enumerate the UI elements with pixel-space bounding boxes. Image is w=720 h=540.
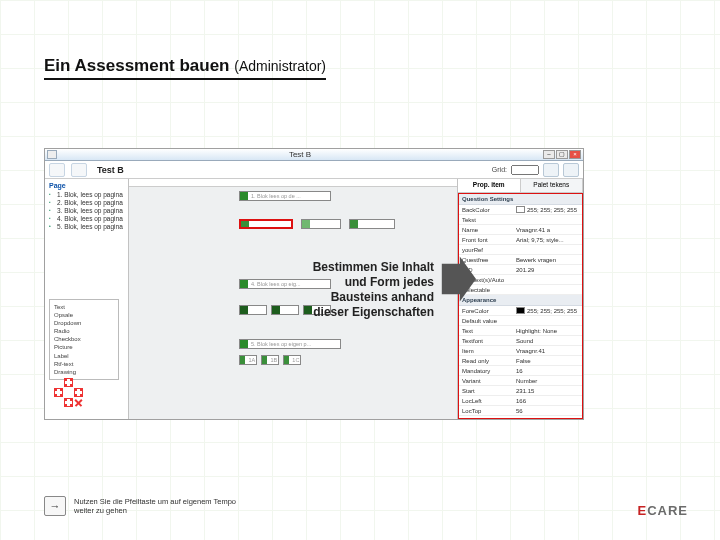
- property-row[interactable]: Mandatory16: [459, 366, 582, 376]
- property-row[interactable]: VariantNumber: [459, 376, 582, 386]
- canvas-block[interactable]: 1C: [283, 355, 301, 365]
- canvas-block[interactable]: [349, 219, 395, 229]
- property-value[interactable]: 255; 255; 255; 255: [513, 306, 582, 315]
- property-value[interactable]: [513, 320, 582, 322]
- canvas-block[interactable]: 1A: [239, 355, 257, 365]
- property-value[interactable]: 56: [513, 407, 582, 415]
- tree-panel: Page 1. Blok, lees op pagina 2. Blok, le…: [45, 179, 129, 419]
- property-row[interactable]: Read onlyFalse: [459, 356, 582, 366]
- block-label: 5. Blok lees op eigen p...: [248, 341, 314, 347]
- toolbar-icon-b[interactable]: [563, 163, 579, 177]
- property-row[interactable]: BackColor255; 255; 255; 255: [459, 205, 582, 215]
- property-row[interactable]: yourRef: [459, 245, 582, 255]
- property-row[interactable]: Tekst: [459, 215, 582, 225]
- property-row[interactable]: Full text(s)/Auto: [459, 275, 582, 285]
- tree-item[interactable]: 1. Blok, lees op pagina: [49, 191, 124, 198]
- property-value[interactable]: Bewerk vragen: [513, 256, 582, 264]
- property-value[interactable]: 166: [513, 397, 582, 405]
- grid-input[interactable]: [511, 165, 539, 175]
- property-row[interactable]: TextHighlight: None: [459, 326, 582, 336]
- plus-icon[interactable]: [74, 388, 83, 397]
- canvas-block[interactable]: 1B: [261, 355, 279, 365]
- property-row[interactable]: Start231.15: [459, 386, 582, 396]
- delete-icon[interactable]: [74, 398, 83, 407]
- property-row[interactable]: LocTop56: [459, 406, 582, 416]
- properties-tabs: Prop. item Palet tekens: [458, 179, 583, 193]
- close-button[interactable]: ×: [569, 150, 581, 159]
- property-row[interactable]: Default value: [459, 316, 582, 326]
- block-handle[interactable]: [240, 306, 248, 314]
- maximize-button[interactable]: ▢: [556, 150, 568, 159]
- block-handle[interactable]: [240, 340, 248, 348]
- properties-body: Question SettingsBackColor255; 255; 255;…: [458, 193, 583, 419]
- tree-item[interactable]: 4. Blok, lees op pagina: [49, 215, 124, 222]
- block-handle[interactable]: [240, 192, 248, 200]
- canvas-block[interactable]: [239, 219, 293, 229]
- property-row[interactable]: ItemVraagnr.41: [459, 346, 582, 356]
- tree-item[interactable]: 2. Blok, lees op pagina: [49, 199, 124, 206]
- canvas-block[interactable]: [301, 219, 341, 229]
- tree-item[interactable]: 5. Blok, lees op pagina: [49, 223, 124, 230]
- property-value[interactable]: Highlight: None: [513, 327, 582, 335]
- plus-icon[interactable]: [64, 398, 73, 407]
- canvas-block[interactable]: 5. Blok lees op eigen p...: [239, 339, 341, 349]
- toolbox-item[interactable]: Opsale: [54, 311, 114, 319]
- ruler: [129, 179, 457, 187]
- plus-icon[interactable]: [54, 388, 63, 397]
- property-row[interactable]: QuestfreeBewerk vragen: [459, 255, 582, 265]
- ribbon-button-2[interactable]: [71, 163, 87, 177]
- property-value[interactable]: [513, 279, 582, 281]
- minimize-button[interactable]: –: [543, 150, 555, 159]
- property-value[interactable]: Number: [513, 377, 582, 385]
- property-row[interactable]: NameVraagnr.41 a: [459, 225, 582, 235]
- property-row[interactable]: Selectable: [459, 285, 582, 295]
- property-value[interactable]: [513, 249, 582, 251]
- toolbox-item[interactable]: Dropdown: [54, 319, 114, 327]
- tab-palette[interactable]: Palet tekens: [521, 179, 584, 192]
- property-value[interactable]: 255; 255; 255; 255: [513, 205, 582, 214]
- property-row[interactable]: LocLeft166: [459, 396, 582, 406]
- property-row[interactable]: QID201.29: [459, 265, 582, 275]
- callout-text: Bestimmen Sie Inhalt und Form jedes Baus…: [274, 260, 434, 320]
- property-value[interactable]: Sound: [513, 337, 582, 345]
- toolbar-icon-a[interactable]: [543, 163, 559, 177]
- property-value[interactable]: [513, 219, 582, 221]
- property-key: Read only: [459, 357, 513, 365]
- property-value[interactable]: Arial; 9,75; style...: [513, 236, 582, 244]
- property-row[interactable]: ForeColor255; 255; 255; 255: [459, 306, 582, 316]
- color-swatch[interactable]: [516, 307, 525, 314]
- property-value[interactable]: Vraagnr.41 a: [513, 226, 582, 234]
- property-value[interactable]: 231.15: [513, 387, 582, 395]
- property-value[interactable]: 201.29: [513, 266, 582, 274]
- property-key: Start: [459, 387, 513, 395]
- toolbox-item[interactable]: Text: [54, 303, 114, 311]
- property-value[interactable]: 16: [513, 367, 582, 375]
- toolbox-item[interactable]: Drawing: [54, 368, 114, 376]
- property-row[interactable]: Front fontArial; 9,75; style...: [459, 235, 582, 245]
- tree-list: 1. Blok, lees op pagina 2. Blok, lees op…: [49, 191, 124, 230]
- toolbox-item[interactable]: Radio: [54, 327, 114, 335]
- property-row[interactable]: TextfontSound: [459, 336, 582, 346]
- toolbox-item[interactable]: Label: [54, 352, 114, 360]
- color-swatch[interactable]: [516, 206, 525, 213]
- ribbon-button-1[interactable]: [49, 163, 65, 177]
- sysmenu-icon[interactable]: [47, 150, 57, 159]
- canvas-block[interactable]: 1. Blok lees op de ...: [239, 191, 331, 201]
- property-value[interactable]: [513, 289, 582, 291]
- property-value[interactable]: False: [513, 357, 582, 365]
- block-handle[interactable]: [241, 221, 249, 227]
- property-value[interactable]: Vraagnr.41: [513, 347, 582, 355]
- block-handle[interactable]: [302, 220, 310, 228]
- canvas-block[interactable]: [239, 305, 267, 315]
- toolbox-item[interactable]: Picture: [54, 343, 114, 351]
- toolbox-item[interactable]: Rtf-text: [54, 360, 114, 368]
- tab-properties[interactable]: Prop. item: [458, 179, 521, 192]
- block-label: 1C: [289, 357, 300, 363]
- block-handle[interactable]: [240, 280, 248, 288]
- plus-icon[interactable]: [64, 378, 73, 387]
- block-label: 1A: [245, 357, 256, 363]
- arrow-key-icon[interactable]: →: [44, 496, 66, 516]
- block-handle[interactable]: [350, 220, 358, 228]
- tree-item[interactable]: 3. Blok, lees op pagina: [49, 207, 124, 214]
- toolbox-item[interactable]: Checkbox: [54, 335, 114, 343]
